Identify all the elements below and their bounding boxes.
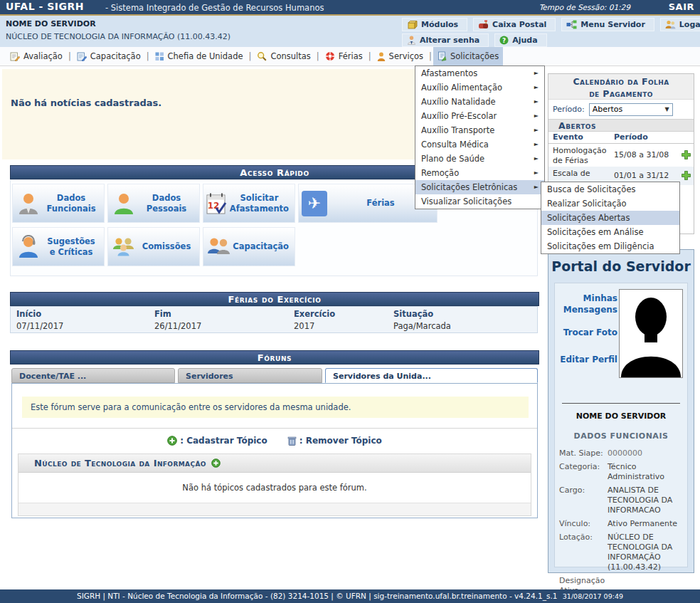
submenu-arrow-icon: ►	[534, 152, 539, 166]
header-buttons-row2: Alterar senha ? Ajuda	[402, 33, 547, 47]
dropdown-item-label: Consulta Médica	[421, 137, 489, 152]
solicitacoes-eletronicas-submenu: Busca de Solicitações Realizar Solicitaç…	[541, 182, 680, 254]
tab-servidores-label: Servidores	[186, 372, 233, 381]
header-buttons-row1: Módulos Caixa Postal Menu Servidor Logar…	[402, 18, 700, 31]
submenu-item-abertas[interactable]: Solicitações Abertas	[541, 211, 679, 225]
submenu-item-diligencia[interactable]: Solicitações em Diligência	[541, 239, 679, 253]
field-vinculo: Vínculo: Ativo Permanente	[559, 519, 686, 529]
menu-chefia[interactable]: Chefia de Unidade	[151, 47, 248, 65]
server-menu-button[interactable]: Menu Servidor	[561, 18, 654, 31]
chevron-down-icon: ▼	[665, 106, 669, 112]
menu-ferias-label: Férias	[339, 51, 363, 61]
field-mat-siape: Mat. Siape: 0000000	[559, 449, 686, 458]
submenu-item-realizar[interactable]: Realizar Solicitação	[541, 196, 679, 211]
dropdown-item-visualizar-solicitacoes[interactable]: Visualizar Solicitações	[415, 194, 544, 209]
quick-capacitacao[interactable]: Capacitação	[203, 227, 295, 266]
calendar-col-evento: Evento	[553, 132, 583, 142]
quick-sugestoes-label: Sugestões e Críticas	[44, 236, 104, 257]
quick-capacitacao-label: Capacitação	[233, 241, 295, 251]
calendar-period: 01/01 a 31/12	[614, 171, 669, 180]
forums-header: Fóruns	[10, 350, 539, 365]
quick-solicitar-afastamento[interactable]: 12 Solicitar Afastamento	[203, 184, 295, 223]
submenu-arrow-icon: ►	[534, 109, 539, 123]
vacation-col-inicio: Início	[16, 309, 41, 319]
menu-consultas[interactable]: Consultas	[253, 47, 314, 65]
vacation-col-exercicio: Exercício	[294, 309, 335, 319]
add-group-topic-icon[interactable]	[211, 458, 221, 468]
footer-bar: SIGRH | NTI - Núcleo de Tecnologia da In…	[0, 589, 700, 603]
evaluation-icon	[10, 52, 20, 61]
tab-servidores-unidade[interactable]: Servidores da Unida...	[325, 368, 538, 383]
calendar-period: 15/08 a 31/08	[614, 150, 669, 159]
change-password-button[interactable]: Alterar senha	[402, 33, 489, 47]
menu-capacitacao[interactable]: Capacitação	[73, 47, 145, 65]
period-select[interactable]: Abertos ▼	[589, 103, 673, 116]
dropdown-item-label: Auxílio Natalidade	[421, 95, 496, 109]
dropdown-item-solicitacoes-eletronicas[interactable]: Solicitações Eletrônicas ►	[415, 180, 544, 194]
server-menu-label: Menu Servidor	[580, 20, 645, 29]
dropdown-item-remocao[interactable]: Remoção ►	[415, 166, 544, 180]
remove-topic-action[interactable]: : Remover Tópico	[287, 436, 382, 446]
quick-sugestoes[interactable]: Sugestões e Críticas	[12, 227, 105, 266]
dropdown-item-auxilio-transporte[interactable]: Auxílio Transporte ►	[415, 123, 544, 137]
dropdown-item-afastamentos[interactable]: Afastamentos ►	[415, 66, 544, 80]
dropdown-item-plano-de-saude[interactable]: Plano de Saúde ►	[415, 152, 544, 166]
modules-icon	[407, 20, 418, 29]
quick-solicitar-afastamento-label: Solicitar Afastamento	[230, 193, 295, 214]
quick-dados-pessoais[interactable]: Dados Pessoais	[107, 184, 200, 223]
forum-group-box: Núcleo de Tecnologia da Informação Não h…	[18, 453, 531, 516]
submenu-arrow-icon: ►	[534, 123, 539, 137]
submenu-item-analise[interactable]: Solicitações em Análise	[541, 225, 679, 239]
dropdown-item-consulta-medica[interactable]: Consulta Médica ►	[415, 137, 544, 152]
modules-label: Módulos	[421, 20, 458, 29]
submenu-item-busca[interactable]: Busca de Solicitações	[541, 182, 679, 196]
calendar-row: Homologação de Férias 15/08 a 31/08	[548, 144, 694, 167]
modules-button[interactable]: Módulos	[402, 18, 467, 31]
field-label: Lotação:	[559, 533, 605, 572]
menu-ferias[interactable]: Férias	[321, 47, 367, 65]
submenu-arrow-icon: ►	[534, 95, 539, 109]
mailbox-button[interactable]: Caixa Postal	[473, 18, 556, 31]
dropdown-item-auxilio-natalidade[interactable]: Auxílio Natalidade ►	[415, 95, 544, 109]
menu-separator: |	[67, 47, 73, 65]
field-label: Vínculo:	[559, 519, 605, 529]
add-topic-action[interactable]: : Cadastrar Tópico	[167, 436, 267, 446]
edit-profile-link[interactable]: Editar Perfil	[558, 355, 617, 366]
portal-title: Portal do Servidor	[548, 258, 694, 274]
add-event-icon[interactable]	[682, 171, 691, 180]
footer-text: SIGRH | NTI - Núcleo de Tecnologia da In…	[77, 592, 557, 600]
person-icon	[377, 52, 386, 61]
svg-text:?: ?	[502, 37, 506, 44]
calendar-table-header: Evento Período	[548, 132, 694, 144]
menu-solicitacoes[interactable]: Solicitações	[433, 47, 503, 65]
two-people-icon	[203, 235, 233, 259]
menu-avaliacao[interactable]: Avaliação	[6, 47, 67, 65]
quick-dados-funcionais[interactable]: Dados Funcionais	[12, 184, 105, 223]
dropdown-item-auxilio-pre-escolar[interactable]: Auxílio Pré-Escolar ►	[415, 109, 544, 123]
profile-name: NOME DO SERVIDOR	[555, 411, 687, 421]
my-messages-link[interactable]: Minhas Mensagens	[558, 293, 617, 315]
lifebuoy-icon	[325, 51, 335, 61]
field-value: Técnico Administrativo	[608, 462, 686, 482]
quick-comissoes[interactable]: Comissões	[107, 227, 200, 266]
menu-servicos[interactable]: Serviços	[373, 47, 428, 65]
portal-servidor-panel: Portal do Servidor Minhas Mensagens Troc…	[548, 249, 694, 573]
system-subtitle: - Sistema Integrado de Gestão de Recurso…	[105, 3, 324, 13]
forum-group-footer	[18, 503, 531, 515]
vacation-fim-value: 26/11/2017	[154, 321, 201, 331]
main-menu-bar: Avaliação | Capacitação | Chefia de Unid…	[0, 47, 700, 66]
help-button[interactable]: ? Ajuda	[494, 33, 546, 47]
tab-servidores[interactable]: Servidores	[178, 368, 322, 383]
training-icon	[77, 52, 87, 61]
forums-title: Fóruns	[258, 352, 292, 363]
dropdown-item-auxilio-alimentacao[interactable]: Auxílio Alimentação ►	[415, 80, 544, 95]
add-event-icon[interactable]	[682, 150, 691, 159]
tab-docente-tae[interactable]: Docente/TAE ...	[11, 368, 175, 383]
employee-suit-icon	[13, 192, 44, 216]
calendar-event: Escala de	[553, 169, 612, 179]
login-as-button[interactable]: Logar Como	[660, 18, 700, 31]
change-photo-link[interactable]: Trocar Foto	[558, 327, 617, 339]
dropdown-item-label: Auxílio Pré-Escolar	[421, 109, 497, 123]
logout-link[interactable]: SAIR	[669, 1, 694, 12]
submenu-arrow-icon: ►	[534, 180, 539, 194]
